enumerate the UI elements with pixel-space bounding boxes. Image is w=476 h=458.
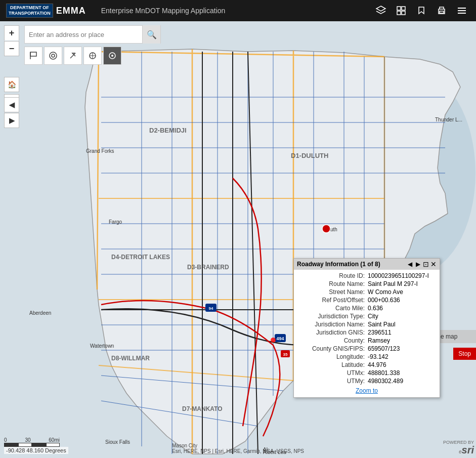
popup-next-btn[interactable]: ▶ <box>415 261 421 268</box>
home-button[interactable]: 🏠 <box>4 77 19 92</box>
scale-bar: 0 30 60mi <box>4 437 60 447</box>
info-row: Street Name:W Como Ave <box>294 288 440 296</box>
movie-tool-btn[interactable] <box>44 47 62 65</box>
map-tools <box>24 47 121 65</box>
info-row: Jurisdiction Type:City <box>294 312 440 320</box>
zoom-controls: + − <box>4 25 19 56</box>
coordinates-display: -90.428 48.160 Degrees <box>4 447 68 454</box>
search-bar: 🔍 <box>24 25 161 44</box>
info-row: UTMx:488801.338 <box>294 369 440 377</box>
zoom-out-button[interactable]: − <box>4 41 19 56</box>
info-row: Ref Post/Offset:000+00.636 <box>294 296 440 304</box>
stop-button[interactable]: Stop <box>453 348 476 360</box>
pan-controls: ◀ ▶ <box>4 97 19 128</box>
info-row: Latitude:44.976 <box>294 361 440 369</box>
info-row: Jurisdiction GNIS:2396511 <box>294 328 440 337</box>
svg-text:Grand Forks: Grand Forks <box>86 148 114 154</box>
pan-prev-button[interactable]: ◀ <box>4 97 19 112</box>
svg-rect-4 <box>402 11 405 15</box>
print-icon-btn[interactable] <box>434 3 450 19</box>
popup-body: Route ID:10000239651100297-IRoute Name:S… <box>294 270 440 397</box>
svg-text:35: 35 <box>283 352 288 357</box>
scale-labels: 0 30 60mi <box>4 437 60 443</box>
svg-text:D8-WILLMAR: D8-WILLMAR <box>111 355 150 362</box>
svg-point-72 <box>111 55 113 57</box>
header-icons <box>373 3 470 19</box>
zoom-to-link[interactable]: Zoom to <box>294 385 440 395</box>
zoom-in-button[interactable]: + <box>4 25 19 40</box>
svg-rect-3 <box>397 11 401 15</box>
svg-rect-7 <box>440 11 444 13</box>
crosshair-tool-btn[interactable] <box>83 47 102 65</box>
map-container[interactable]: D2-BEMIDJI D1-DULUTH D4-DETROIT LAKES D3… <box>0 21 476 458</box>
svg-text:Sioux Falls: Sioux Falls <box>105 439 130 445</box>
svg-point-56 <box>322 225 330 233</box>
arrow-tool-btn[interactable] <box>64 47 82 65</box>
popup-navigation: ◀ ▶ ⊡ ✕ <box>407 261 437 268</box>
svg-marker-5 <box>419 7 424 14</box>
app-title: Enterprise MnDOT Mapping Application <box>101 7 368 15</box>
svg-rect-64 <box>30 52 36 56</box>
svg-marker-0 <box>376 6 385 11</box>
menu-icon-btn[interactable] <box>454 3 470 19</box>
popup-title: Roadway Information (1 of 8) <box>297 261 380 268</box>
svg-text:Thunder L...: Thunder L... <box>435 117 462 122</box>
svg-text:494: 494 <box>276 336 284 341</box>
layers-icon-btn[interactable] <box>373 3 389 19</box>
info-row: County:Ramsey <box>294 337 440 345</box>
info-row: Carto Mile:0.636 <box>294 304 440 312</box>
svg-text:Fargo: Fargo <box>109 219 122 225</box>
svg-text:94: 94 <box>209 306 213 311</box>
info-row: Longitude:-93.142 <box>294 353 440 361</box>
info-row: Route Name:Saint Paul M 297-I <box>294 280 440 288</box>
info-popup: Roadway Information (1 of 8) ◀ ▶ ⊡ ✕ Rou… <box>293 258 440 398</box>
target-tool-btn[interactable] <box>103 47 121 65</box>
svg-point-66 <box>50 52 57 59</box>
popup-close-btn[interactable]: ✕ <box>430 261 437 268</box>
header: DEPARTMENT OF TRANSPORTATION EMMA Enterp… <box>0 0 476 21</box>
svg-text:Aberdeen: Aberdeen <box>29 310 51 316</box>
popup-header: Roadway Information (1 of 8) ◀ ▶ ⊡ ✕ <box>294 259 440 270</box>
bookmark-icon-btn[interactable] <box>413 3 429 19</box>
search-button[interactable]: 🔍 <box>142 25 160 44</box>
info-row: Route ID:10000239651100297-I <box>294 272 440 280</box>
svg-rect-2 <box>402 7 405 10</box>
search-input[interactable] <box>25 31 142 38</box>
svg-text:D1-DULUTH: D1-DULUTH <box>291 152 328 159</box>
flag-tool-btn[interactable] <box>24 47 42 65</box>
svg-rect-1 <box>397 7 401 10</box>
esri-logo: esri <box>459 444 474 456</box>
scale-graphic <box>4 443 60 447</box>
popup-prev-btn[interactable]: ◀ <box>407 261 413 268</box>
svg-text:D4-DETROIT LAKES: D4-DETROIT LAKES <box>111 254 170 261</box>
popup-undock-btn[interactable]: ⊡ <box>423 261 429 268</box>
map-attribution: Mason City Esri, HERE, NPS | Esri, HERE,… <box>172 443 304 454</box>
svg-point-63 <box>271 338 276 343</box>
svg-text:D7-MANKATO: D7-MANKATO <box>182 405 223 412</box>
info-row: UTMy:4980302.489 <box>294 377 440 385</box>
info-row: Jurisdiction Name:Saint Paul <box>294 320 440 328</box>
grid-icon-btn[interactable] <box>393 3 409 19</box>
logo-box: DEPARTMENT OF TRANSPORTATION <box>6 4 53 18</box>
info-row: County GNIS/FIPS:659507/123 <box>294 345 440 353</box>
svg-text:D3-BRAINERD: D3-BRAINERD <box>187 264 229 271</box>
mndot-logo: DEPARTMENT OF TRANSPORTATION EMMA <box>6 4 86 18</box>
svg-point-67 <box>52 54 55 57</box>
pan-next-button[interactable]: ▶ <box>4 113 19 128</box>
svg-text:D2-BEMIDJI: D2-BEMIDJI <box>149 127 187 134</box>
svg-text:Watertown: Watertown <box>90 343 114 349</box>
emma-label: EMMA <box>56 6 86 16</box>
